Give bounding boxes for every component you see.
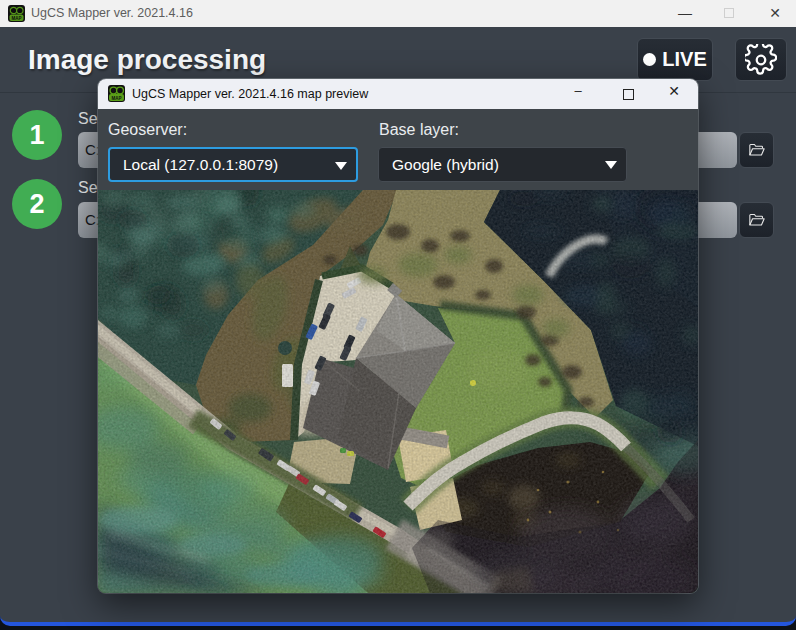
svg-text:MAP: MAP (112, 96, 122, 101)
svg-text:MAP: MAP (12, 16, 22, 21)
